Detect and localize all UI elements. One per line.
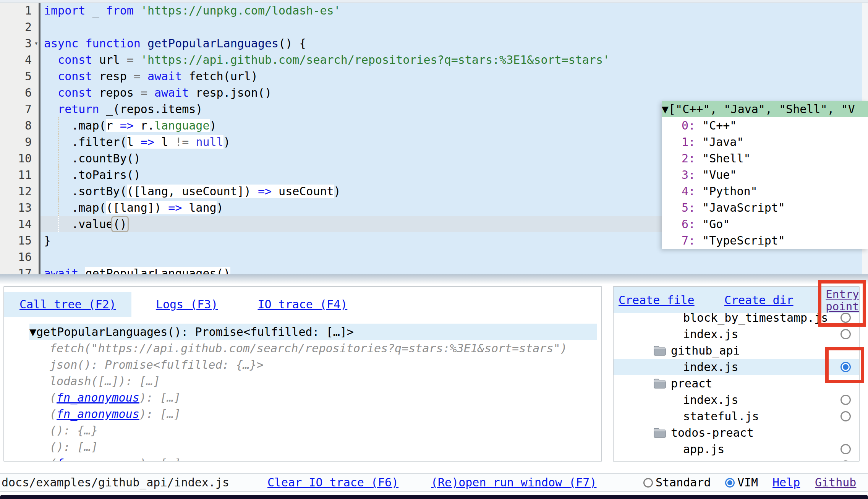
code-line[interactable]: 1import _ from 'https://unpkg.com/lodash… [0,2,868,19]
entry-value: "TypeScript" [702,234,785,247]
code-token [44,70,58,83]
file-row[interactable]: index.js [614,326,859,342]
calltree-row[interactable]: (fn_anonymous): […] [4,389,601,406]
entry-value: "Vue" [702,168,737,181]
reopen-run-window-link[interactable]: (Re)open run window (F7) [431,474,596,491]
fn-anonymous-link[interactable]: fn_anonymous [57,407,139,421]
tab-logs-f3-[interactable]: Logs (F3) [141,292,233,317]
entry-index: 5: [682,201,695,214]
calltree-row[interactable]: (fn_anonymous): […] [4,406,601,422]
entry-point-radio[interactable] [840,329,851,339]
code-line[interactable]: 5 const resp = await fetch(url) [0,68,868,84]
help-link[interactable]: Help [772,474,800,491]
keybinding-vim-label: VIM [737,474,758,491]
calltree-panel: Call tree (F2)Logs (F3)IO trace (F4) ▼ge… [3,286,602,462]
code-token: return [58,102,99,116]
entry-point-radio[interactable] [840,444,851,454]
file-row[interactable]: index.js [614,392,859,408]
fold-arrow-icon[interactable]: ▾ [34,35,38,52]
code-line[interactable]: 6 const repos = await resp.json() [0,84,868,101]
entry-value: "JavaScript" [702,201,785,214]
line-number: 14 [0,216,40,232]
keybinding-vim-radio[interactable] [725,478,735,488]
calltree-row-post: ): […] [139,407,181,421]
code-token [141,70,147,83]
entry-value: "Go" [702,217,730,231]
code-token: useCount [272,185,334,198]
code-token: ([lang, useCount]) [127,185,258,198]
calltree-row-pre: ( [50,457,57,462]
code-line[interactable]: 16 [0,249,868,265]
create-dir-link[interactable]: Create dir [724,287,794,313]
code-token: = [127,53,134,66]
folder-row[interactable]: github_api [614,342,859,359]
create-file-link[interactable]: Create file [619,287,695,313]
code-text: async function getPopularLanguages() { [40,35,868,52]
code-token: r. [134,119,154,132]
line-number: 15 [0,232,40,249]
calltree-row-post: ): […] [139,391,181,404]
file-row[interactable]: stateful.js [614,408,859,424]
calltree-root-row[interactable]: ▼getPopularLanguages(): Promise<fulfille… [29,324,597,340]
code-line[interactable]: 4 const url = 'https://api.github.com/se… [0,52,868,68]
code-token [134,4,141,17]
calltree-row[interactable]: lodash([…]): […] [4,373,601,389]
calltree-row[interactable]: (fn_anonymous): […] [4,455,601,462]
bottom-dark-strip [0,495,868,499]
file-name: index.js [683,393,738,407]
code-token [147,86,154,99]
calltree-row[interactable]: (): {…} [4,422,601,439]
folder-icon [653,427,666,438]
entry-point-radio[interactable] [840,460,851,461]
code-token: _ [85,4,106,17]
entry-value: "Shell" [702,152,750,165]
file-row[interactable]: app.js [614,441,859,457]
tab-call-tree-f2-[interactable]: Call tree (F2) [4,292,131,317]
folder-row[interactable]: preact [614,375,859,392]
folder-row[interactable]: todos-preact [614,424,859,441]
annotation-box-selected-radio [825,347,864,383]
calltree-row[interactable]: json(): Promise<fulfilled: {…}> [4,356,601,373]
code-line[interactable]: 2 [0,19,868,35]
code-token: l [127,135,141,149]
indent-guide [58,117,59,134]
file-name: app.js [683,442,724,456]
code-line[interactable]: 3▾async function getPopularLanguages() { [0,35,868,52]
calltree-row[interactable]: fetch("https://api.github.com/search/rep… [4,340,601,356]
inspector-header[interactable]: ▼["C++", "Java", "Shell", "V [662,101,868,117]
code-text [40,249,868,265]
entry-point-radio[interactable] [840,395,851,405]
file-row[interactable]: index.js [614,359,859,375]
code-token: url [92,53,126,66]
keybinding-standard-radio[interactable] [643,478,653,488]
code-token [78,267,85,274]
folder-icon [653,345,666,356]
calltree-row[interactable]: (): […] [4,439,601,455]
clear-io-trace-link[interactable]: Clear IO trace (F6) [267,474,398,491]
tab-io-trace-f4-[interactable]: IO trace (F4) [242,292,363,317]
code-line[interactable]: 17await getPopularLanguages() [0,265,868,274]
line-number: 5 [0,68,40,84]
code-token: 'https://unpkg.com/lodash-es' [141,4,341,17]
entry-point-radio[interactable] [840,411,851,421]
code-token: lang [182,201,216,214]
fn-anonymous-link[interactable]: fn_anonymous [57,391,139,404]
leporello-ide: 1import _ from 'https://unpkg.com/lodash… [0,0,868,499]
folder-name: github_api [671,344,740,357]
code-token [141,37,147,50]
fn-anonymous-link[interactable]: fn_anonymous [57,457,139,462]
code-token: async [44,37,78,50]
code-token: function [85,37,141,50]
file-row[interactable]: index.html [614,457,859,461]
code-token: r [106,119,120,132]
code-token: .filter( [44,135,127,149]
code-text: const resp = await fetch(url) [40,68,868,84]
code-token: const [58,70,92,83]
folder-icon [653,378,666,389]
github-link[interactable]: Github [815,474,856,491]
code-text: await getPopularLanguages() [40,265,868,274]
calltree-row-post: ): […] [139,457,181,462]
code-token: } [44,234,51,247]
inspector-entry: 3:"Vue" [662,167,868,183]
file-name: index.js [683,360,738,374]
